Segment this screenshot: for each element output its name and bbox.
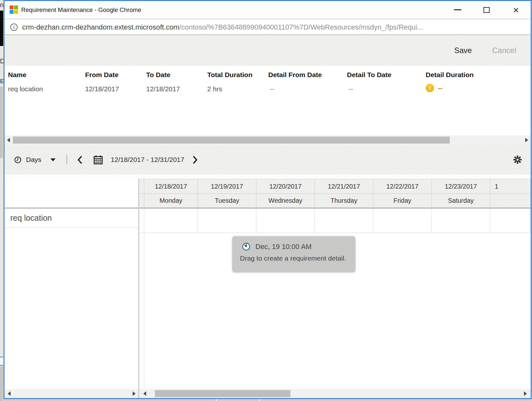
calendar-day-cell[interactable] [373, 209, 432, 233]
scrollbar-thumb[interactable] [155, 390, 290, 397]
column-header-to-date: To Date [146, 71, 170, 79]
background-fragment [216, 399, 217, 401]
save-button[interactable]: Save [454, 46, 472, 55]
next-range-button[interactable] [192, 156, 198, 164]
calendar-gutter-cell [139, 179, 144, 193]
background-fragment [0, 11, 3, 46]
resource-row[interactable]: req location [4, 209, 138, 228]
background-fragment: E [0, 78, 4, 85]
maximize-icon [483, 7, 490, 13]
tooltip-time: Dec, 19 10:00 AM [255, 243, 312, 251]
date-header-clipped: 12/24/2017 [490, 179, 531, 193]
resource-panel-scrollbar[interactable] [4, 389, 138, 398]
date-header: 12/19/2017 [198, 179, 256, 193]
calendar-day-cell[interactable] [256, 209, 315, 233]
tooltip-hint: Drag to create a requirement detail. [240, 254, 355, 262]
calendar-horizontal-scrollbar[interactable] [139, 389, 531, 398]
scroll-left-arrow[interactable] [8, 391, 11, 396]
day-header: Tuesday [198, 194, 256, 208]
scheduler-board: req location 12/18/2017 12/19/2017 12/20… [4, 179, 531, 398]
scheduler-toolbar: Days 12/18/2017 - 12/31/2017 [4, 145, 531, 174]
drag-tooltip: Dec, 19 10:00 AM Drag to create a requir… [232, 236, 355, 272]
toolbar-divider [66, 155, 67, 164]
command-toolbar: Save Cancel [4, 35, 531, 66]
column-header-name: Name [8, 71, 26, 79]
calendar-day-cell[interactable] [144, 209, 198, 233]
date-header: 12/18/2017 [144, 179, 198, 193]
scroll-right-arrow[interactable] [524, 391, 527, 396]
cancel-button[interactable]: Cancel [492, 46, 516, 55]
calendar-day-cell[interactable] [198, 209, 256, 233]
requirements-grid: Name From Date To Date Total Duration De… [4, 66, 531, 135]
cell-detail-to-date: -- [349, 85, 353, 93]
calendar-day-cell[interactable] [315, 209, 373, 233]
column-header-detail-to-date: Detail To Date [347, 71, 391, 79]
toolbar-gap [4, 174, 531, 179]
info-glyph: i [13, 25, 15, 30]
address-bar[interactable]: i crm-dezhan.crm-dezhandom.extest.micros… [4, 20, 531, 35]
column-header-detail-duration: Detail Duration [426, 71, 474, 79]
detail-duration-value: -- [438, 84, 442, 92]
tooltip-clock-icon [241, 242, 251, 252]
chevron-down-icon [50, 158, 56, 161]
maximize-button[interactable] [477, 1, 496, 19]
calendar-gutter-cell [139, 209, 144, 233]
day-header: Monday [144, 194, 198, 208]
calendar-day-cell[interactable] [432, 209, 490, 233]
cell-detail-from-date: -- [270, 85, 274, 93]
calendar-date-header-row: 12/18/2017 12/19/2017 12/20/2017 12/21/2… [139, 179, 531, 194]
background-fragment [0, 366, 3, 401]
scroll-right-arrow[interactable] [525, 138, 528, 142]
background-fragment [0, 357, 3, 366]
date-header: 12/20/2017 [256, 179, 315, 193]
gear-icon[interactable] [513, 155, 522, 166]
view-mode-dropdown[interactable]: Days [14, 156, 56, 164]
cell-total-duration: 2 hrs [207, 85, 222, 93]
column-header-total-duration: Total Duration [207, 71, 253, 79]
calendar-gutter-column [139, 233, 144, 389]
resource-panel-header [4, 179, 138, 209]
close-icon: × [513, 5, 519, 15]
background-fragment: D [0, 57, 4, 65]
clock-icon [14, 156, 22, 164]
column-header-from-date: From Date [85, 71, 119, 79]
date-header: 12/22/2017 [373, 179, 432, 193]
minimize-icon [454, 9, 461, 10]
resource-panel: req location [4, 179, 139, 398]
warning-icon[interactable]: ! [426, 84, 434, 92]
calendar-icon[interactable] [93, 155, 103, 165]
background-fragment [259, 399, 260, 401]
chrome-popup-window: Requirement Maintenance - Google Chrome … [4, 0, 532, 399]
date-header: 12/23/2017 [432, 179, 490, 193]
info-icon[interactable]: i [10, 23, 18, 31]
cell-to-date: 12/18/2017 [146, 85, 180, 93]
url-domain: crm-dezhan.crm-dezhandom.extest.microsof… [22, 23, 179, 31]
close-button[interactable]: × [506, 1, 526, 19]
scroll-left-arrow[interactable] [7, 138, 10, 142]
grid-horizontal-scrollbar[interactable] [4, 135, 531, 145]
background-fragment: n [0, 1, 4, 9]
microsoft-logo-icon [10, 5, 18, 14]
minimize-button[interactable] [448, 1, 467, 19]
window-title: Requirement Maintenance - Google Chrome [21, 1, 141, 19]
resource-name: req location [10, 213, 52, 223]
day-header: Friday [373, 194, 432, 208]
screen: n D E Requirement Maintenance - Google C… [0, 0, 532, 401]
scroll-right-arrow[interactable] [133, 391, 136, 396]
scroll-left-arrow[interactable] [143, 391, 146, 396]
day-header: Saturday [432, 194, 490, 208]
calendar-day-header-row: Monday Tuesday Wednesday Thursday Friday… [139, 194, 531, 209]
cell-name: req location [8, 85, 43, 93]
window-titlebar: Requirement Maintenance - Google Chrome … [4, 1, 531, 19]
day-header: Thursday [315, 194, 373, 208]
calendar-day-cell[interactable] [490, 209, 531, 233]
page-url: crm-dezhan.crm-dezhandom.extest.microsof… [22, 23, 423, 31]
previous-range-button[interactable] [77, 156, 83, 164]
day-header: Wednesday [256, 194, 315, 208]
calendar-panel: 12/18/2017 12/19/2017 12/20/2017 12/21/2… [139, 179, 531, 398]
calendar-body-row [139, 209, 531, 233]
day-header-clipped [490, 194, 531, 208]
cell-from-date: 12/18/2017 [85, 85, 119, 93]
scrollbar-thumb[interactable] [13, 137, 450, 144]
view-mode-label: Days [26, 156, 41, 164]
